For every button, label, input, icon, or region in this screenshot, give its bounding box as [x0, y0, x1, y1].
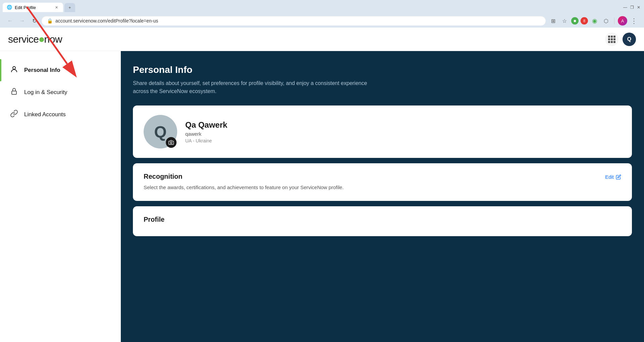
extension-green-icon[interactable]: ● [571, 17, 579, 25]
servicenow-logo: servicenow [8, 34, 62, 45]
recognition-description: Select the awards, certifications, and a… [144, 184, 598, 191]
tab-favicon: 🌐 [7, 5, 12, 10]
sidebar-label-personal-info: Personal Info [24, 67, 60, 74]
sidebar-item-linked-accounts[interactable]: Linked Accounts [0, 103, 121, 126]
profile-section-title: Profile [144, 216, 621, 223]
extensions-puzzle-icon[interactable]: ⬡ [601, 16, 611, 26]
profile-info: Qa Qawerk qawerk UA - Ukraine [185, 120, 227, 143]
extension-map-icon[interactable]: ◉ [590, 16, 599, 26]
page-content: servicenow Q [0, 28, 644, 342]
section-header: Personal Info Share details about yourse… [133, 65, 632, 95]
toolbar-divider [614, 17, 614, 24]
browser-profile-avatar[interactable]: A [618, 16, 627, 26]
profile-card: Q Qa Qawerk qawerk UA - Ukraine [133, 105, 632, 158]
profile-username: qawerk [185, 131, 227, 137]
recognition-card: Recognition Select the awards, certifica… [133, 163, 632, 201]
recognition-text: Recognition Select the awards, certifica… [144, 173, 598, 191]
recognition-card-inner: Recognition Select the awards, certifica… [144, 173, 621, 191]
main-layout: Personal Info Log in & Security [0, 51, 644, 342]
edit-label: Edit [605, 174, 614, 180]
profile-section-card: Profile [133, 206, 632, 236]
main-content-area: Personal Info Share details about yourse… [121, 51, 644, 342]
section-title: Personal Info [133, 65, 632, 75]
profile-location: UA - Ukraine [185, 138, 227, 143]
browser-title-bar: 🌐 Edit Profile ✕ + — ❐ ✕ [3, 3, 641, 12]
window-controls: — ❐ ✕ [623, 5, 641, 10]
profile-name: Qa Qawerk [185, 120, 227, 130]
user-avatar[interactable]: Q [623, 33, 636, 46]
tab-title: Edit Profile [15, 5, 36, 10]
extension-red-icon-wrap: 8 [581, 17, 588, 25]
toolbar-icons: ⊞ ☆ ● 8 ◉ ⬡ A ⋮ [548, 16, 639, 26]
sidebar-label-linked-accounts: Linked Accounts [24, 111, 66, 118]
browser-toolbar: ← → ↻ 🔒 account.servicenow.com/editProfi… [3, 14, 641, 28]
active-tab[interactable]: 🌐 Edit Profile ✕ [3, 3, 63, 12]
lock-icon [9, 87, 19, 97]
profile-card-inner: Q Qa Qawerk qawerk UA - Ukraine [144, 115, 621, 148]
site-header: servicenow Q [0, 28, 644, 51]
svg-point-0 [13, 67, 15, 69]
back-button[interactable]: ← [5, 16, 15, 26]
translate-icon[interactable]: ⊞ [548, 16, 558, 26]
address-bar-security-icon: 🔒 [47, 18, 53, 24]
sidebar: Personal Info Log in & Security [0, 51, 121, 342]
grid-icon [608, 36, 615, 43]
recognition-edit-link[interactable]: Edit [605, 174, 621, 180]
apps-grid-button[interactable] [605, 33, 618, 46]
recognition-title: Recognition [144, 173, 598, 180]
logo-text-suffix: now [44, 34, 62, 45]
camera-button[interactable] [166, 137, 177, 148]
tab-close-button[interactable]: ✕ [54, 5, 59, 10]
person-icon [9, 65, 19, 75]
section-description: Share details about yourself, set prefer… [133, 79, 368, 95]
new-tab-button[interactable]: + [64, 3, 75, 12]
reload-button[interactable]: ↻ [30, 16, 39, 26]
link-icon [9, 110, 19, 120]
logo-dot [39, 37, 44, 42]
profile-avatar-wrap: Q [144, 115, 177, 148]
svg-rect-1 [12, 91, 16, 94]
bookmark-icon[interactable]: ☆ [560, 16, 569, 26]
forward-button[interactable]: → [17, 16, 27, 26]
close-button[interactable]: ✕ [636, 5, 641, 10]
sidebar-item-login-security[interactable]: Log in & Security [0, 81, 121, 103]
extension-red-icon[interactable]: 8 [581, 17, 588, 25]
url-text: account.servicenow.com/editProfile?local… [55, 18, 540, 24]
minimize-button[interactable]: — [623, 5, 628, 10]
tab-strip: 🌐 Edit Profile ✕ + [3, 3, 75, 12]
sidebar-item-personal-info[interactable]: Personal Info [0, 59, 121, 81]
more-options-icon[interactable]: ⋮ [629, 16, 639, 26]
address-bar[interactable]: 🔒 account.servicenow.com/editProfile?loc… [42, 16, 546, 26]
browser-chrome: 🌐 Edit Profile ✕ + — ❐ ✕ ← → ↻ 🔒 account… [0, 0, 644, 28]
svg-point-2 [170, 142, 172, 143]
sidebar-label-login-security: Log in & Security [24, 89, 67, 96]
logo-text-prefix: service [8, 34, 39, 45]
header-right: Q [605, 33, 636, 46]
restore-button[interactable]: ❐ [629, 5, 635, 10]
